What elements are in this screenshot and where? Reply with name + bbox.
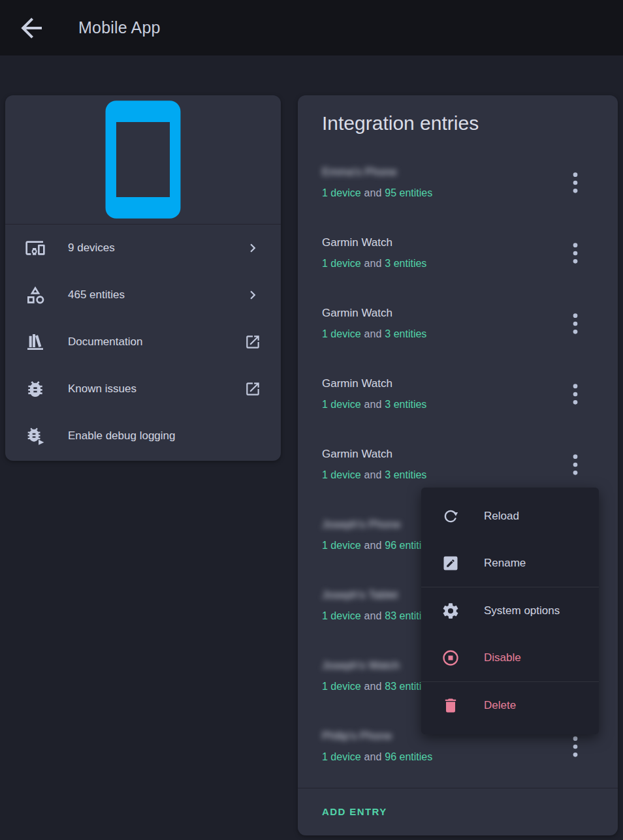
entry-menu-button[interactable] [562, 240, 588, 266]
entry-subtitle: 1 device and 83 entities [322, 608, 432, 624]
cellphone-icon [5, 95, 281, 224]
info-row[interactable]: Enable debug logging [5, 412, 281, 459]
info-row-label: Documentation [68, 335, 142, 349]
entry-subtitle-join: and [364, 185, 382, 201]
menu-item-label: System options [484, 604, 560, 617]
dots-vertical-icon [562, 452, 588, 478]
arrow-left-icon [16, 12, 47, 44]
entry-entities-link[interactable]: 3 entities [385, 326, 426, 342]
entry-name: Joseph's Tablet [322, 587, 432, 603]
menu-item[interactable]: System options [421, 587, 599, 634]
chevron-right-icon [244, 287, 261, 303]
entry-subtitle-join: and [364, 538, 382, 553]
bookshelf-icon [25, 332, 46, 352]
integration-entry-row: Garmin Watch 1 device and 3 entities [298, 359, 618, 429]
entry-devices-link[interactable]: 1 device [322, 749, 361, 765]
cog-icon [441, 602, 460, 620]
stop-circle-icon [441, 649, 460, 667]
menu-item[interactable]: Rename [421, 540, 599, 587]
entry-devices-link[interactable]: 1 device [322, 679, 361, 694]
entry-name: Emma's Phone [322, 164, 432, 180]
entry-entities-link[interactable]: 3 entities [385, 397, 426, 412]
entry-devices-link[interactable]: 1 device [322, 467, 361, 483]
shapes-icon [25, 285, 46, 305]
delete-icon [441, 696, 460, 715]
entry-entities-link[interactable]: 95 entities [385, 185, 432, 201]
entry-devices-link[interactable]: 1 device [322, 256, 361, 272]
integration-icon-area [5, 95, 281, 224]
back-button[interactable] [16, 12, 47, 44]
integration-entry-row: Emma's Phone 1 device and 95 entities [298, 148, 618, 218]
entry-subtitle-join: and [364, 256, 382, 272]
entry-subtitle-join: and [364, 679, 382, 694]
entry-menu-button[interactable] [562, 311, 588, 337]
menu-item-label: Rename [484, 557, 526, 570]
entry-context-menu: Reload Rename System options Disable Del… [421, 488, 599, 734]
rename-icon [441, 554, 460, 572]
info-row-label: Known issues [68, 382, 136, 396]
dots-vertical-icon [562, 240, 588, 266]
entry-menu-button[interactable] [562, 170, 588, 196]
entry-devices-link[interactable]: 1 device [322, 608, 361, 624]
entry-name: Garmin Watch [322, 446, 426, 462]
info-list: 9 devices 465 entities Documentation Kno… [5, 225, 281, 459]
info-row[interactable]: Known issues [5, 366, 281, 412]
chevron-right-icon [244, 287, 261, 303]
entry-name: Garmin Watch [322, 305, 426, 321]
menu-item[interactable]: Delete [421, 682, 599, 729]
entry-devices-link[interactable]: 1 device [322, 185, 361, 201]
bookshelf-icon [25, 332, 46, 352]
info-row-label: Enable debug logging [68, 429, 175, 443]
menu-item-label: Reload [484, 510, 519, 523]
entry-name: Philip's Phone [322, 728, 432, 744]
menu-item[interactable]: Disable [421, 634, 599, 681]
entry-subtitle: 1 device and 3 entities [322, 326, 426, 342]
integration-entry-row: Garmin Watch 1 device and 3 entities [298, 288, 618, 359]
cog-icon [441, 602, 460, 620]
bug-icon [25, 379, 46, 399]
open-in-new-icon [244, 334, 261, 350]
dots-vertical-icon [562, 381, 588, 407]
entry-name: Garmin Watch [322, 235, 426, 251]
entry-subtitle: 1 device and 3 entities [322, 467, 426, 483]
entry-devices-link[interactable]: 1 device [322, 397, 361, 412]
delete-icon [441, 696, 460, 715]
info-row[interactable]: 9 devices [5, 225, 281, 272]
entry-name: Garmin Watch [322, 376, 426, 392]
info-row-label: 465 entities [68, 288, 125, 302]
entry-menu-button[interactable] [562, 452, 588, 478]
shapes-icon [25, 285, 46, 305]
open-in-new-icon [244, 334, 261, 350]
entry-subtitle-join: and [364, 326, 382, 342]
entry-subtitle-join: and [364, 608, 382, 624]
entry-entities-link[interactable]: 3 entities [385, 467, 426, 483]
info-row[interactable]: 465 entities [5, 272, 281, 319]
entry-subtitle: 1 device and 3 entities [322, 256, 426, 272]
add-entry-button[interactable]: ADD ENTRY [322, 806, 387, 817]
entry-entities-link[interactable]: 3 entities [385, 256, 426, 272]
menu-item[interactable]: Reload [421, 493, 599, 540]
devices-icon [25, 238, 46, 258]
integration-info-card: 9 devices 465 entities Documentation Kno… [5, 95, 281, 461]
entry-subtitle: 1 device and 83 entities [322, 679, 432, 694]
entry-menu-button[interactable] [562, 381, 588, 407]
open-in-new-icon [244, 381, 261, 397]
dots-vertical-icon [562, 311, 588, 337]
cellphone-icon [5, 95, 281, 224]
app-header: Mobile App [0, 0, 623, 55]
chevron-right-icon [244, 240, 261, 257]
stop-circle-icon [441, 649, 460, 667]
entry-menu-button[interactable] [562, 734, 588, 760]
info-row[interactable]: Documentation [5, 319, 281, 366]
page-title: Mobile App [78, 18, 161, 37]
dots-vertical-icon [562, 734, 588, 760]
entry-subtitle: 1 device and 96 entities [322, 538, 432, 553]
entry-entities-link[interactable]: 96 entities [385, 749, 432, 765]
entry-name: Joseph's Phone [322, 517, 432, 533]
entry-devices-link[interactable]: 1 device [322, 326, 361, 342]
entry-subtitle: 1 device and 95 entities [322, 185, 432, 201]
entry-subtitle-join: and [364, 397, 382, 412]
entry-devices-link[interactable]: 1 device [322, 538, 361, 553]
menu-item-label: Disable [484, 651, 521, 664]
entry-subtitle-join: and [364, 749, 382, 765]
